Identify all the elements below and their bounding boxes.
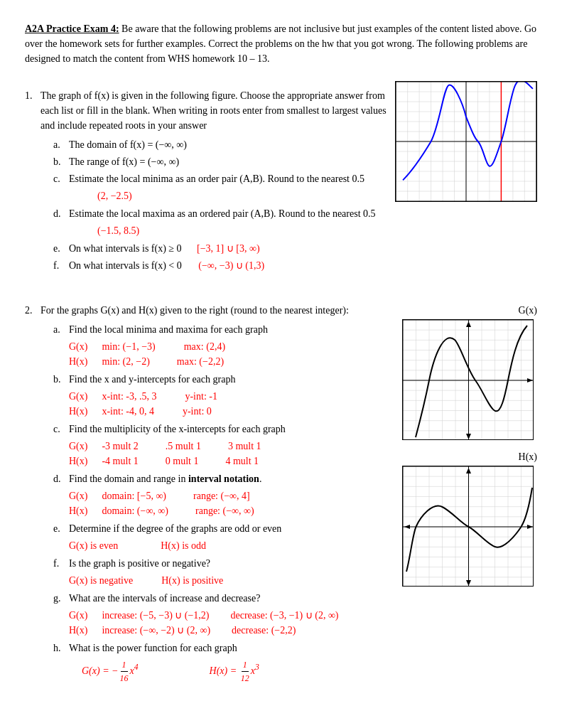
q1-part-c: c. Estimate the local minima as an order… — [53, 171, 388, 186]
q2-part-e: e. Determine if the degree of the graphs… — [53, 521, 395, 536]
hx-graph — [402, 466, 534, 587]
q1-part-d: d. Estimate the local maxima as an order… — [53, 206, 388, 221]
q1-num: 1. — [25, 88, 40, 103]
gx-graph — [402, 319, 534, 440]
exam-title: A2A Practice Exam 4: — [25, 23, 119, 34]
q2-graphs: G(x) — [402, 303, 537, 592]
q1-part-a: a. The domain of f(x) = (−∞, ∞) — [53, 137, 388, 152]
question-2: 2. For the graphs G(x) and H(x) given to… — [25, 303, 537, 685]
q2-num: 2. — [25, 303, 40, 318]
q2-part-d: d. Find the domain and range in interval… — [53, 471, 395, 486]
hx-label: H(x) — [402, 449, 537, 464]
question-1: 1. The graph of f(x) is given in the fol… — [25, 88, 537, 275]
q2-part-g: g. What are the intervals of increase an… — [53, 591, 395, 606]
q2-part-b: b. Find the x and y-intercepts for each … — [53, 372, 395, 387]
q1-text: The graph of f(x) is given in the follow… — [40, 88, 388, 133]
q2-part-a: a. Find the local minima and maxima for … — [53, 322, 395, 337]
q2-part-h: h. What is the power function for each g… — [53, 641, 395, 655]
page-content: A2A Practice Exam 4: Be aware that the f… — [25, 21, 537, 685]
q1-part-f: f. On what intervals is f(x) < 0 (−∞, −3… — [53, 258, 388, 273]
q2-part-f: f. Is the graph is positive or negative? — [53, 556, 395, 571]
header-block: A2A Practice Exam 4: Be aware that the f… — [25, 21, 537, 66]
gx-label: G(x) — [402, 303, 537, 318]
q2-part-c: c. Find the multiplicity of the x-interc… — [53, 422, 395, 437]
q2-text: For the graphs G(x) and H(x) given to th… — [40, 303, 395, 318]
q1-graph — [395, 81, 537, 202]
q1-part-b: b. The range of f(x) = (−∞, ∞) — [53, 154, 388, 169]
q1-part-e: e. On what intervals is f(x) ≥ 0 [−3, 1]… — [53, 241, 388, 256]
